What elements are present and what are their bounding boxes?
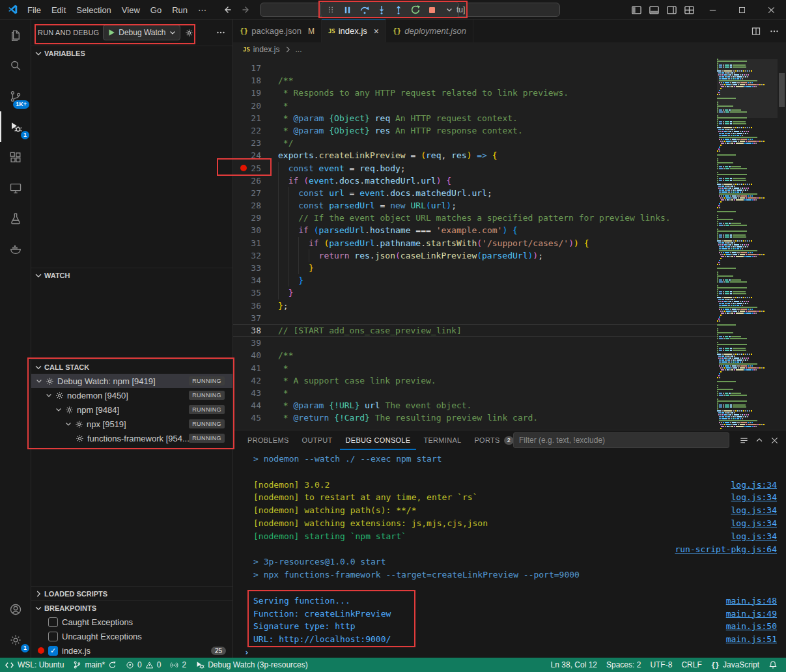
- code-line[interactable]: const url = event.docs.matchedUrl.url;: [278, 187, 717, 199]
- gutter-line-number[interactable]: 37: [233, 312, 278, 324]
- code-line[interactable]: // If the event object URL matches a spe…: [278, 212, 717, 224]
- source-link[interactable]: run-script-pkg.js:64: [667, 543, 777, 556]
- code-line[interactable]: *: [278, 362, 717, 374]
- menu-go[interactable]: Go: [145, 5, 167, 15]
- launch-config-dropdown[interactable]: Debug Watch: [103, 25, 180, 40]
- close-panel-icon[interactable]: [770, 436, 779, 445]
- gutter-line-number[interactable]: 33: [233, 262, 278, 274]
- section-variables[interactable]: VARIABLES: [31, 46, 232, 60]
- gutter-line-number[interactable]: 32: [233, 249, 278, 262]
- gutter-line-number[interactable]: 38: [233, 324, 278, 337]
- section-breakpoints[interactable]: BREAKPOINTS: [31, 600, 232, 615]
- source-link[interactable]: log.js:34: [723, 517, 777, 530]
- panel-menu-icon[interactable]: [739, 436, 749, 445]
- source-link[interactable]: log.js:34: [723, 479, 777, 492]
- code-line[interactable]: [278, 312, 717, 324]
- gutter-line-number[interactable]: 40: [233, 349, 278, 361]
- activity-search[interactable]: [0, 50, 31, 81]
- section-call-stack[interactable]: CALL STACK: [31, 359, 232, 374]
- menu-view[interactable]: View: [117, 5, 145, 15]
- code-line[interactable]: return res.json(caseLinkPreview(parsedUr…: [278, 249, 717, 262]
- drag-handle-button[interactable]: [322, 3, 339, 17]
- menu-run[interactable]: Run: [167, 5, 193, 15]
- breakpoint-checkbox[interactable]: [48, 617, 58, 627]
- code-line[interactable]: }: [278, 287, 717, 299]
- code-line[interactable]: const event = req.body;: [278, 162, 717, 175]
- gutter-line-number[interactable]: 20: [233, 100, 278, 112]
- console-filter-input[interactable]: [513, 432, 729, 448]
- panel-tab-terminal[interactable]: TERMINAL: [417, 430, 467, 450]
- gutter-line-number[interactable]: 19: [233, 87, 278, 99]
- activity-settings[interactable]: 1: [0, 624, 31, 655]
- toggle-sidebar-button[interactable]: [628, 0, 645, 20]
- remote-indicator[interactable]: WSL: Ubuntu: [0, 658, 68, 672]
- call-stack-row[interactable]: npx [9519]RUNNING: [31, 417, 232, 431]
- code-line[interactable]: [278, 62, 717, 74]
- console-prompt-icon[interactable]: ›: [244, 646, 249, 659]
- gutter-line-number[interactable]: 18: [233, 74, 278, 87]
- menu-more[interactable]: ⋯: [193, 5, 212, 15]
- eol[interactable]: CRLF: [677, 658, 706, 672]
- gutter-line-number[interactable]: 22: [233, 124, 278, 137]
- chevron-down-icon[interactable]: [35, 377, 44, 385]
- activity-docker[interactable]: [0, 234, 31, 264]
- activity-remote-explorer[interactable]: [0, 173, 31, 203]
- tab-package.json[interactable]: {}package.jsonM: [233, 20, 322, 42]
- activity-run-and-debug[interactable]: 1: [0, 111, 31, 142]
- back-arrow-icon[interactable]: [222, 5, 232, 15]
- more-dropdown-button[interactable]: [441, 3, 457, 17]
- source-link[interactable]: main.js:50: [718, 620, 777, 633]
- code-line[interactable]: exports.createLinkPreview = (req, res) =…: [278, 149, 717, 161]
- branch-status[interactable]: main*: [68, 658, 121, 672]
- gutter-line-number[interactable]: 27: [233, 187, 278, 199]
- breadcrumb-file[interactable]: index.js: [253, 45, 280, 54]
- code-line[interactable]: }: [278, 262, 717, 274]
- indentation[interactable]: Spaces: 2: [602, 658, 645, 672]
- step-into-button[interactable]: [373, 3, 389, 17]
- chevron-down-icon[interactable]: [45, 391, 54, 399]
- panel-tab-ports[interactable]: PORTS2: [468, 430, 520, 450]
- source-link[interactable]: log.js:34: [723, 491, 777, 504]
- source-link[interactable]: main.js:51: [718, 633, 777, 646]
- source-link[interactable]: main.js:49: [718, 608, 777, 621]
- code-line[interactable]: /**: [278, 74, 717, 87]
- tab-deployment.json[interactable]: {}deployment.json: [386, 20, 473, 42]
- encoding[interactable]: UTF-8: [645, 658, 677, 672]
- gutter-line-number[interactable]: 24: [233, 149, 278, 161]
- problems-status[interactable]: 00: [121, 658, 165, 672]
- code-line[interactable]: * Responds to any HTTP request related t…: [278, 87, 717, 99]
- toggle-secondary-sidebar-button[interactable]: [663, 0, 681, 20]
- breadcrumb[interactable]: JS index.js ...: [233, 42, 786, 57]
- breakpoint-row[interactable]: Caught Exceptions: [31, 615, 232, 629]
- call-stack-row[interactable]: functions-framework [954...RUNNING: [31, 431, 232, 445]
- breakpoint-checkbox[interactable]: [48, 632, 58, 641]
- code-line[interactable]: if (event.docs.matchedUrl.url) {: [278, 175, 717, 187]
- call-stack-row[interactable]: nodemon [9450]RUNNING: [31, 388, 232, 402]
- chevron-down-icon[interactable]: [55, 406, 64, 413]
- code-editor[interactable]: 1718192021222324252627282930313233343536…: [233, 57, 786, 430]
- stop-button[interactable]: [424, 3, 440, 17]
- gutter-line-number[interactable]: 42: [233, 374, 278, 387]
- code-line[interactable]: * @return {!Card} The resulting preview …: [278, 412, 717, 424]
- gutter-line-number[interactable]: 34: [233, 274, 278, 287]
- code-line[interactable]: const parsedUrl = new URL(url);: [278, 199, 717, 212]
- panel-tab-output[interactable]: OUTPUT: [296, 430, 339, 450]
- breakpoint-checkbox[interactable]: ✓: [48, 646, 58, 656]
- sidebar-more-icon[interactable]: [216, 27, 226, 38]
- scrollbar-thumb[interactable]: [779, 73, 785, 107]
- gutter-line-number[interactable]: 45: [233, 412, 278, 424]
- code-line[interactable]: /**: [278, 349, 717, 361]
- source-link[interactable]: log.js:34: [723, 530, 777, 543]
- toggle-panel-button[interactable]: [645, 0, 663, 20]
- panel-tab-problems[interactable]: PROBLEMS: [242, 430, 295, 450]
- code-line[interactable]: *: [278, 387, 717, 399]
- source-link[interactable]: log.js:34: [723, 504, 777, 517]
- panel-tab-debug-console[interactable]: DEBUG CONSOLE: [340, 430, 417, 450]
- code-content[interactable]: /** * Responds to any HTTP request relat…: [278, 62, 717, 424]
- code-line[interactable]: };: [278, 300, 717, 312]
- gutter-line-number[interactable]: 30: [233, 224, 278, 236]
- code-line[interactable]: * @param {Object} res An HTTP response c…: [278, 124, 717, 137]
- ports-status[interactable]: 2: [165, 658, 191, 672]
- gutter-line-number[interactable]: 31: [233, 237, 278, 249]
- maximize-panel-icon[interactable]: [755, 436, 764, 445]
